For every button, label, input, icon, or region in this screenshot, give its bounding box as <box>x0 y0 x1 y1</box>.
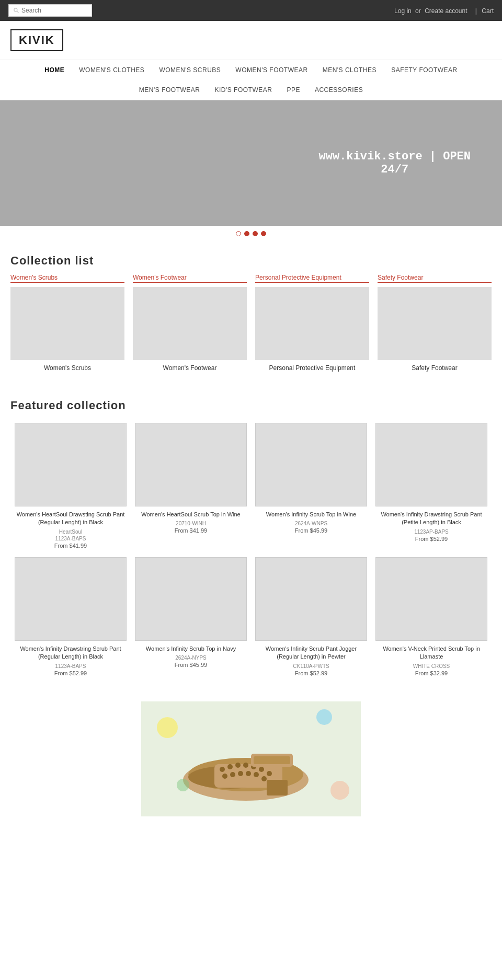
product-price-6: From $52.99 <box>255 670 367 676</box>
slider-dots <box>0 226 502 241</box>
nav-ppe[interactable]: PPE <box>279 80 307 100</box>
collection-item-footwear[interactable]: Women's Footwear Women's Footwear <box>133 274 247 376</box>
svg-point-17 <box>246 771 251 776</box>
product-card-6[interactable]: Women's Infinity Scrub Pant Jogger (Regu… <box>251 553 371 681</box>
collection-label-scrubs: Women's Scrubs <box>10 360 124 376</box>
nav-womens-footwear[interactable]: WOMEN'S FOOTWEAR <box>228 60 315 80</box>
svg-rect-22 <box>267 780 288 795</box>
product-brand-0: HeartSoul <box>15 529 127 535</box>
svg-point-7 <box>220 767 225 772</box>
svg-point-15 <box>230 772 235 777</box>
main-nav: HOME WOMEN'S CLOTHES WOMEN'S SCRUBS WOME… <box>0 60 502 100</box>
product-name-5: Women's Infinity Scrub Top in Navy <box>135 645 247 653</box>
product-name-0: Women's HeartSoul Drawsting Scrub Pant (… <box>15 511 127 527</box>
svg-point-12 <box>259 767 264 772</box>
hero-banner: www.kivik.store | OPEN 24/7 <box>0 100 502 226</box>
product-img-2 <box>255 423 367 506</box>
bottom-banner <box>141 701 361 816</box>
product-price-2: From $45.99 <box>255 527 367 534</box>
product-card-7[interactable]: Women's V-Neck Printed Scrub Top in Llam… <box>371 553 492 681</box>
product-name-1: Women's HeartSoul Scrub Top in Wine <box>135 511 247 518</box>
product-price-1: From $41.99 <box>135 527 247 534</box>
nav-row-1: HOME WOMEN'S CLOTHES WOMEN'S SCRUBS WOME… <box>10 60 492 80</box>
product-card-4[interactable]: Women's Infinity Drawstring Scrub Pant (… <box>10 553 131 681</box>
product-card-2[interactable]: Women's Infinity Scrub Top in Wine 2624A… <box>251 419 371 553</box>
logo[interactable]: KIVIK <box>10 29 63 51</box>
svg-rect-21 <box>254 756 290 764</box>
nav-accessories[interactable]: ACCESSORIES <box>307 80 370 100</box>
featured-section: Featured collection Women's HeartSoul Dr… <box>0 386 502 681</box>
nav-mens-clothes[interactable]: MEN'S CLOTHES <box>315 60 384 80</box>
top-bar: Log in or Create account | Cart <box>0 0 502 21</box>
cart-button[interactable]: Cart <box>482 7 494 15</box>
product-sku-1: 20710-WINH <box>135 521 247 526</box>
product-img-0 <box>15 423 127 506</box>
product-name-3: Women's Infinity Drawstring Scrub Pant (… <box>375 511 487 527</box>
product-card-3[interactable]: Women's Infinity Drawstring Scrub Pant (… <box>371 419 492 553</box>
collection-link-footwear[interactable]: Women's Footwear <box>133 274 247 283</box>
shoe-svg <box>141 701 361 816</box>
collection-img-footwear <box>133 287 247 360</box>
svg-point-26 <box>330 781 349 800</box>
collection-item-safety[interactable]: Safety Footwear Safety Footwear <box>378 274 492 376</box>
slider-dot-3[interactable] <box>253 231 258 236</box>
login-link[interactable]: Log in <box>394 7 412 15</box>
search-box[interactable] <box>8 4 92 17</box>
featured-title: Featured collection <box>0 386 502 419</box>
collection-link-scrubs[interactable]: Women's Scrubs <box>10 274 124 283</box>
collection-list-title: Collection list <box>0 241 502 274</box>
nav-home[interactable]: HOME <box>37 60 72 80</box>
collection-grid: Women's Scrubs Women's Scrubs Women's Fo… <box>0 274 502 386</box>
collection-list-section: Collection list Women's Scrubs Women's S… <box>0 241 502 386</box>
product-img-4 <box>15 557 127 641</box>
collection-link-safety[interactable]: Safety Footwear <box>378 274 492 283</box>
top-bar-links: Log in or Create account | Cart <box>392 7 494 15</box>
slider-dot-2[interactable] <box>244 231 249 236</box>
collection-label-ppe: Personal Protective Equipment <box>255 360 369 376</box>
product-name-4: Women's Infinity Drawstring Scrub Pant (… <box>15 645 127 661</box>
hero-text: www.kivik.store | OPEN 24/7 <box>309 140 481 187</box>
product-name-6: Women's Infinity Scrub Pant Jogger (Regu… <box>255 645 367 661</box>
search-input[interactable] <box>21 7 84 14</box>
product-img-6 <box>255 557 367 641</box>
nav-womens-clothes[interactable]: WOMEN'S CLOTHES <box>72 60 152 80</box>
svg-point-10 <box>243 763 248 768</box>
nav-mens-footwear[interactable]: MEN'S FOOTWEAR <box>132 80 208 100</box>
product-card-5[interactable]: Women's Infinity Scrub Top in Navy 2624A… <box>131 553 251 681</box>
collection-label-footwear: Women's Footwear <box>133 360 247 376</box>
svg-point-19 <box>261 776 267 781</box>
collection-link-ppe[interactable]: Personal Protective Equipment <box>255 274 369 283</box>
nav-safety-footwear[interactable]: SAFETY FOOTWEAR <box>384 60 465 80</box>
featured-grid: Women's HeartSoul Drawsting Scrub Pant (… <box>0 419 502 681</box>
shoe-image <box>141 701 361 816</box>
svg-point-13 <box>267 771 272 776</box>
svg-point-0 <box>14 8 17 11</box>
collection-item-ppe[interactable]: Personal Protective Equipment Personal P… <box>255 274 369 376</box>
collection-img-ppe <box>255 287 369 360</box>
slider-dot-4[interactable] <box>261 231 266 236</box>
product-sku-2: 2624A-WNPS <box>255 521 367 526</box>
create-account-link[interactable]: Create account <box>425 7 467 15</box>
product-brand-7: WHITE CROSS <box>375 663 487 669</box>
product-card-0[interactable]: Women's HeartSoul Drawsting Scrub Pant (… <box>10 419 131 553</box>
product-price-0: From $41.99 <box>15 543 127 549</box>
slider-dot-1[interactable] <box>236 231 241 236</box>
collection-label-safety: Safety Footwear <box>378 360 492 376</box>
product-img-3 <box>375 423 487 506</box>
product-img-5 <box>135 557 247 641</box>
svg-point-16 <box>238 771 243 776</box>
svg-point-8 <box>227 764 233 769</box>
collection-item-scrubs[interactable]: Women's Scrubs Women's Scrubs <box>10 274 124 376</box>
nav-womens-scrubs[interactable]: WOMEN'S SCRUBS <box>152 60 228 80</box>
svg-point-25 <box>177 779 189 791</box>
product-sku-3: 1123AP-BAPS <box>375 529 487 535</box>
search-icon <box>13 7 19 14</box>
product-price-3: From $52.99 <box>375 536 487 542</box>
product-price-5: From $45.99 <box>135 662 247 668</box>
nav-kids-footwear[interactable]: KID'S FOOTWEAR <box>207 80 279 100</box>
nav-row-2: MEN'S FOOTWEAR KID'S FOOTWEAR PPE ACCESS… <box>10 80 492 100</box>
logo-area: KIVIK <box>0 21 502 60</box>
svg-point-14 <box>222 774 227 779</box>
product-card-1[interactable]: Women's HeartSoul Scrub Top in Wine 2071… <box>131 419 251 553</box>
svg-point-9 <box>235 763 241 768</box>
